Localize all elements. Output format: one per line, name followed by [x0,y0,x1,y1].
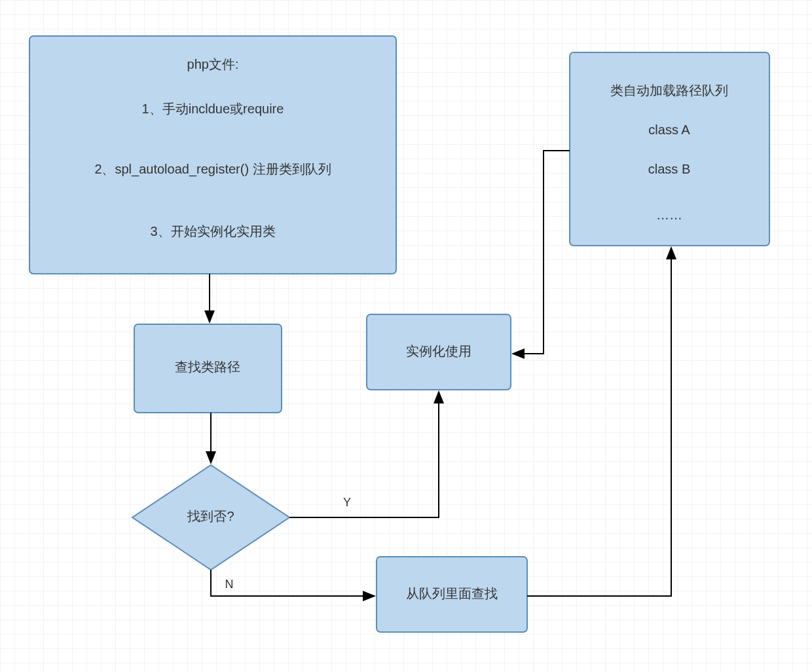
edge-searchqueue-to-queuelist [527,248,671,596]
found-decision-label: 找到否? [187,509,234,523]
edge-decision-no [211,570,375,596]
search-queue-label: 从队列里面查找 [406,586,498,601]
php-file-title: php文件: [187,57,239,71]
instantiate-label: 实例化使用 [406,344,471,358]
edge-label-yes: Y [343,496,351,509]
php-file-line2: 2、spl_autoload_register() 注册类到队列 [94,162,331,177]
node-find-path: 查找类路径 [134,324,282,413]
queue-list-title: 类自动加载路径队列 [610,83,728,98]
edge-label-no: N [225,578,234,591]
node-search-queue: 从队列里面查找 [377,557,527,632]
node-queue-list: 类自动加载路径队列 class A class B …… [570,52,769,246]
edge-decision-yes [289,392,439,517]
queue-list-item2: class B [648,162,690,176]
php-file-line1: 1、手动incldue或require [142,102,284,116]
node-php-file: php文件: 1、手动incldue或require 2、spl_autoloa… [29,36,396,274]
node-found-decision: 找到否? [132,465,289,570]
php-file-line3: 3、开始实例化实用类 [150,224,275,238]
find-path-label: 查找类路径 [175,360,240,374]
queue-list-item3: …… [656,208,682,222]
node-instantiate: 实例化使用 [367,314,511,390]
queue-list-item1: class A [648,122,690,137]
edge-queuelist-to-instantiate [513,151,570,354]
